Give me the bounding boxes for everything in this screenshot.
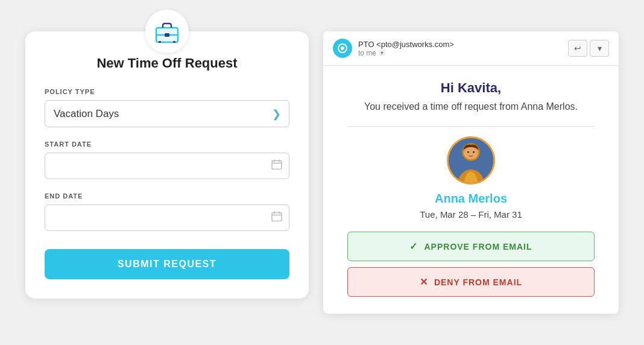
policy-type-select-wrapper: Vacation Days Sick Days Personal Days ❯ — [45, 100, 289, 127]
svg-rect-5 — [272, 161, 282, 169]
svg-point-14 — [341, 46, 344, 50]
svg-point-20 — [473, 151, 475, 153]
calendar-icon — [271, 159, 282, 173]
pto-icon — [333, 39, 352, 58]
policy-type-label: POLICY TYPE — [45, 88, 289, 95]
email-body: Hi Kavita, You received a time off reque… — [323, 66, 619, 314]
email-header: PTO <pto@justworks.com> to me ▾ ↩ ▾ — [323, 31, 619, 66]
email-from: PTO <pto@justworks.com> — [358, 40, 454, 49]
svg-rect-2 — [165, 33, 169, 37]
end-date-input-wrapper — [45, 204, 289, 231]
policy-type-group: POLICY TYPE Vacation Days Sick Days Pers… — [45, 88, 289, 127]
email-to: to me ▾ — [358, 49, 454, 57]
end-date-input[interactable] — [45, 204, 289, 231]
card-title: New Time Off Request — [45, 55, 289, 71]
start-date-group: START DATE — [45, 141, 289, 179]
svg-rect-9 — [272, 213, 282, 221]
email-actions: ↩ ▾ — [568, 40, 609, 57]
email-subtitle: You received a time off request from Ann… — [347, 100, 595, 114]
start-date-input[interactable] — [45, 153, 289, 179]
deny-from-email-button[interactable]: ✕ DENY FROM EMAIL — [347, 267, 595, 297]
svg-point-19 — [467, 151, 469, 153]
email-header-left: PTO <pto@justworks.com> to me ▾ — [333, 39, 454, 58]
svg-rect-3 — [159, 41, 161, 43]
approve-from-email-button[interactable]: ✓ APPROVE FROM EMAIL — [347, 232, 595, 261]
right-card: PTO <pto@justworks.com> to me ▾ ↩ ▾ Hi K… — [323, 31, 619, 314]
email-sender-info: PTO <pto@justworks.com> to me ▾ — [358, 40, 454, 57]
briefcase-icon — [145, 10, 189, 53]
more-actions-button[interactable]: ▾ — [590, 40, 609, 57]
avatar — [447, 136, 495, 185]
start-date-label: START DATE — [45, 141, 289, 148]
date-range: Tue, Mar 28 – Fri, Mar 31 — [347, 209, 595, 220]
calendar-icon-end — [271, 211, 282, 225]
end-date-label: END DATE — [45, 192, 289, 200]
main-container: New Time Off Request POLICY TYPE Vacatio… — [13, 19, 631, 326]
start-date-input-wrapper — [45, 153, 289, 179]
submit-request-button[interactable]: SUBMIT REQUEST — [45, 249, 289, 279]
policy-type-select[interactable]: Vacation Days Sick Days Personal Days — [45, 100, 289, 127]
svg-rect-4 — [173, 41, 175, 43]
x-icon: ✕ — [420, 276, 428, 288]
svg-point-18 — [464, 147, 478, 159]
end-date-group: END DATE — [45, 192, 289, 231]
checkmark-icon: ✓ — [409, 241, 418, 252]
employee-name: Anna Merlos — [347, 192, 595, 206]
reply-button[interactable]: ↩ — [568, 40, 587, 57]
email-greeting: Hi Kavita, — [347, 80, 595, 96]
divider-top — [347, 126, 595, 127]
to-me-dropdown[interactable]: ▾ — [379, 49, 385, 56]
left-card: New Time Off Request POLICY TYPE Vacatio… — [25, 31, 309, 299]
